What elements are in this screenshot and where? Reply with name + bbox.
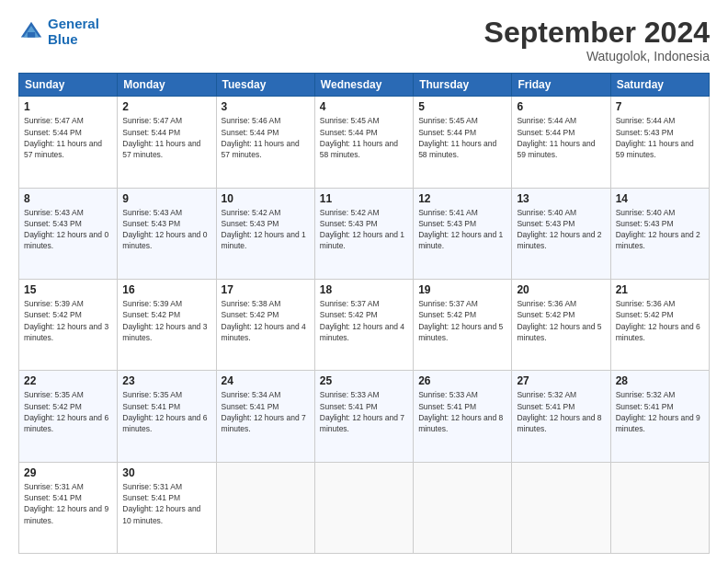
day-number: 29 bbox=[24, 466, 112, 479]
day-number: 23 bbox=[122, 374, 210, 387]
day-number: 18 bbox=[320, 283, 408, 296]
calendar-cell: 4 Sunrise: 5:45 AMSunset: 5:44 PMDayligh… bbox=[314, 97, 413, 188]
day-info: Sunrise: 5:38 AMSunset: 5:42 PMDaylight:… bbox=[222, 298, 310, 343]
calendar-cell: 23 Sunrise: 5:35 AMSunset: 5:41 PMDaylig… bbox=[118, 371, 216, 462]
th-tuesday: Tuesday bbox=[216, 74, 314, 97]
day-number: 28 bbox=[616, 374, 704, 387]
day-number: 6 bbox=[517, 100, 605, 113]
calendar-cell: 20 Sunrise: 5:36 AMSunset: 5:42 PMDaylig… bbox=[512, 279, 610, 370]
calendar-cell: 22 Sunrise: 5:35 AMSunset: 5:42 PMDaylig… bbox=[19, 371, 118, 462]
day-info: Sunrise: 5:33 AMSunset: 5:41 PMDaylight:… bbox=[418, 389, 506, 434]
th-friday: Friday bbox=[512, 74, 610, 97]
th-saturday: Saturday bbox=[610, 74, 709, 97]
calendar-cell: 18 Sunrise: 5:37 AMSunset: 5:42 PMDaylig… bbox=[314, 279, 413, 370]
calendar-cell: 16 Sunrise: 5:39 AMSunset: 5:42 PMDaylig… bbox=[118, 279, 216, 370]
day-info: Sunrise: 5:47 AMSunset: 5:44 PMDaylight:… bbox=[24, 115, 112, 160]
day-info: Sunrise: 5:44 AMSunset: 5:43 PMDaylight:… bbox=[616, 115, 704, 160]
day-number: 24 bbox=[222, 374, 310, 387]
header: General Blue September 2024 Watugolok, I… bbox=[18, 17, 710, 63]
day-number: 5 bbox=[418, 100, 506, 113]
day-info: Sunrise: 5:43 AMSunset: 5:43 PMDaylight:… bbox=[122, 207, 210, 252]
day-info: Sunrise: 5:36 AMSunset: 5:42 PMDaylight:… bbox=[517, 298, 605, 343]
day-info: Sunrise: 5:35 AMSunset: 5:42 PMDaylight:… bbox=[24, 389, 112, 434]
day-number: 12 bbox=[418, 192, 506, 205]
day-number: 10 bbox=[222, 192, 310, 205]
calendar-cell: 7 Sunrise: 5:44 AMSunset: 5:43 PMDayligh… bbox=[610, 97, 709, 188]
calendar-cell: 5 Sunrise: 5:45 AMSunset: 5:44 PMDayligh… bbox=[414, 97, 512, 188]
day-number: 2 bbox=[122, 100, 210, 113]
day-info: Sunrise: 5:40 AMSunset: 5:43 PMDaylight:… bbox=[616, 207, 704, 252]
day-info: Sunrise: 5:45 AMSunset: 5:44 PMDaylight:… bbox=[418, 115, 506, 160]
day-number: 17 bbox=[222, 283, 310, 296]
calendar-cell: 2 Sunrise: 5:47 AMSunset: 5:44 PMDayligh… bbox=[118, 97, 216, 188]
day-number: 30 bbox=[122, 466, 210, 479]
calendar-cell: 14 Sunrise: 5:40 AMSunset: 5:43 PMDaylig… bbox=[610, 188, 709, 279]
day-info: Sunrise: 5:39 AMSunset: 5:42 PMDaylight:… bbox=[24, 298, 112, 343]
day-number: 4 bbox=[320, 100, 408, 113]
day-number: 26 bbox=[418, 374, 506, 387]
calendar-cell: 21 Sunrise: 5:36 AMSunset: 5:42 PMDaylig… bbox=[610, 279, 709, 370]
day-number: 21 bbox=[616, 283, 704, 296]
calendar-week-row: 15 Sunrise: 5:39 AMSunset: 5:42 PMDaylig… bbox=[19, 279, 710, 370]
month-title: September 2024 bbox=[484, 17, 710, 49]
day-info: Sunrise: 5:39 AMSunset: 5:42 PMDaylight:… bbox=[122, 298, 210, 343]
calendar-week-row: 8 Sunrise: 5:43 AMSunset: 5:43 PMDayligh… bbox=[19, 188, 710, 279]
calendar-cell bbox=[512, 462, 610, 553]
day-info: Sunrise: 5:42 AMSunset: 5:43 PMDaylight:… bbox=[320, 207, 408, 252]
th-monday: Monday bbox=[118, 74, 216, 97]
day-info: Sunrise: 5:36 AMSunset: 5:42 PMDaylight:… bbox=[616, 298, 704, 343]
calendar-cell: 11 Sunrise: 5:42 AMSunset: 5:43 PMDaylig… bbox=[314, 188, 413, 279]
calendar-cell bbox=[216, 462, 314, 553]
calendar-cell: 25 Sunrise: 5:33 AMSunset: 5:41 PMDaylig… bbox=[314, 371, 413, 462]
page: General Blue September 2024 Watugolok, I… bbox=[0, 0, 728, 563]
calendar-cell: 10 Sunrise: 5:42 AMSunset: 5:43 PMDaylig… bbox=[216, 188, 314, 279]
calendar-cell: 15 Sunrise: 5:39 AMSunset: 5:42 PMDaylig… bbox=[19, 279, 118, 370]
calendar-cell bbox=[414, 462, 512, 553]
day-number: 27 bbox=[517, 374, 605, 387]
calendar-cell: 26 Sunrise: 5:33 AMSunset: 5:41 PMDaylig… bbox=[414, 371, 512, 462]
day-number: 1 bbox=[24, 100, 112, 113]
calendar-week-row: 22 Sunrise: 5:35 AMSunset: 5:42 PMDaylig… bbox=[19, 371, 710, 462]
day-number: 9 bbox=[122, 192, 210, 205]
day-info: Sunrise: 5:32 AMSunset: 5:41 PMDaylight:… bbox=[616, 389, 704, 434]
logo-general: General bbox=[48, 16, 99, 31]
calendar-body: 1 Sunrise: 5:47 AMSunset: 5:44 PMDayligh… bbox=[19, 97, 710, 554]
day-number: 15 bbox=[24, 283, 112, 296]
location: Watugolok, Indonesia bbox=[484, 49, 710, 63]
logo-text: General Blue bbox=[48, 17, 99, 47]
calendar-cell: 13 Sunrise: 5:40 AMSunset: 5:43 PMDaylig… bbox=[512, 188, 610, 279]
day-number: 20 bbox=[517, 283, 605, 296]
th-wednesday: Wednesday bbox=[314, 74, 413, 97]
calendar-week-row: 29 Sunrise: 5:31 AMSunset: 5:41 PMDaylig… bbox=[19, 462, 710, 553]
day-number: 22 bbox=[24, 374, 112, 387]
calendar-cell: 29 Sunrise: 5:31 AMSunset: 5:41 PMDaylig… bbox=[19, 462, 118, 553]
day-info: Sunrise: 5:42 AMSunset: 5:43 PMDaylight:… bbox=[222, 207, 310, 252]
calendar-cell: 17 Sunrise: 5:38 AMSunset: 5:42 PMDaylig… bbox=[216, 279, 314, 370]
title-block: September 2024 Watugolok, Indonesia bbox=[484, 17, 710, 63]
day-number: 19 bbox=[418, 283, 506, 296]
day-info: Sunrise: 5:46 AMSunset: 5:44 PMDaylight:… bbox=[222, 115, 310, 160]
calendar-cell: 27 Sunrise: 5:32 AMSunset: 5:41 PMDaylig… bbox=[512, 371, 610, 462]
day-number: 8 bbox=[24, 192, 112, 205]
calendar-cell: 24 Sunrise: 5:34 AMSunset: 5:41 PMDaylig… bbox=[216, 371, 314, 462]
day-number: 14 bbox=[616, 192, 704, 205]
calendar-cell: 1 Sunrise: 5:47 AMSunset: 5:44 PMDayligh… bbox=[19, 97, 118, 188]
day-number: 16 bbox=[122, 283, 210, 296]
day-info: Sunrise: 5:41 AMSunset: 5:43 PMDaylight:… bbox=[418, 207, 506, 252]
calendar-cell bbox=[610, 462, 709, 553]
day-number: 13 bbox=[517, 192, 605, 205]
day-info: Sunrise: 5:37 AMSunset: 5:42 PMDaylight:… bbox=[418, 298, 506, 343]
day-number: 25 bbox=[320, 374, 408, 387]
day-info: Sunrise: 5:40 AMSunset: 5:43 PMDaylight:… bbox=[517, 207, 605, 252]
day-info: Sunrise: 5:45 AMSunset: 5:44 PMDaylight:… bbox=[320, 115, 408, 160]
calendar-cell: 19 Sunrise: 5:37 AMSunset: 5:42 PMDaylig… bbox=[414, 279, 512, 370]
logo-blue: Blue bbox=[48, 31, 78, 47]
calendar-cell bbox=[314, 462, 413, 553]
calendar-cell: 28 Sunrise: 5:32 AMSunset: 5:41 PMDaylig… bbox=[610, 371, 709, 462]
calendar-cell: 8 Sunrise: 5:43 AMSunset: 5:43 PMDayligh… bbox=[19, 188, 118, 279]
calendar-header: Sunday Monday Tuesday Wednesday Thursday… bbox=[19, 74, 710, 97]
calendar-cell: 3 Sunrise: 5:46 AMSunset: 5:44 PMDayligh… bbox=[216, 97, 314, 188]
calendar-table: Sunday Monday Tuesday Wednesday Thursday… bbox=[18, 73, 710, 554]
calendar-week-row: 1 Sunrise: 5:47 AMSunset: 5:44 PMDayligh… bbox=[19, 97, 710, 188]
day-info: Sunrise: 5:31 AMSunset: 5:41 PMDaylight:… bbox=[122, 481, 210, 526]
